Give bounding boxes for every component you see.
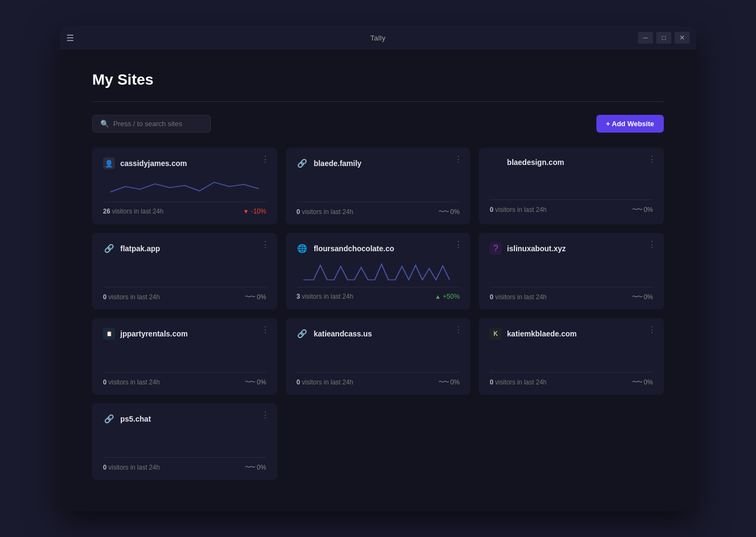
site-divider: [297, 372, 460, 373]
site-card[interactable]: 🔗 katieandcass.us ⋮ 0 visitors in last 2…: [286, 318, 471, 395]
site-card[interactable]: 📋 jppartyrentals.com ⋮ 0 visitors in las…: [92, 318, 277, 395]
site-name: flatpak.app: [120, 244, 160, 253]
visitor-count: 0: [103, 464, 107, 471]
search-box: 🔍: [92, 115, 211, 133]
site-stats: 0 visitors in last 24h 〜〜 0%: [103, 378, 266, 386]
site-stats: 0 visitors in last 24h 〜〜 0%: [297, 208, 460, 216]
site-card-header: 👤 cassidyjames.com: [103, 157, 266, 169]
change-value: 0%: [257, 464, 266, 471]
search-input[interactable]: [113, 120, 203, 128]
site-card[interactable]: 🔗 ps5.chat ⋮ 0 visitors in last 24h 〜〜 0…: [92, 403, 277, 480]
visitor-count: 0: [297, 208, 300, 216]
site-divider: [103, 372, 266, 373]
change-badge: 〜〜 0%: [438, 378, 459, 386]
visitors-text: 0 visitors in last 24h: [103, 293, 160, 301]
change-badge: 〜〜 0%: [632, 205, 653, 214]
site-stats: 0 visitors in last 24h 〜〜 0%: [490, 293, 653, 301]
change-value: +50%: [443, 293, 459, 300]
app-window: ☰ Tally ─ □ ✕ My Sites 🔍 + Add: [60, 26, 696, 511]
visitor-count: 0: [103, 293, 107, 301]
site-card[interactable]: K katiemkblaede.com ⋮ 0 visitors in last…: [479, 318, 664, 395]
site-divider: [490, 199, 653, 200]
title-divider: [92, 101, 664, 102]
site-name: ps5.chat: [120, 415, 151, 423]
site-card-header: 🔗 flatpak.app: [103, 243, 266, 254]
visitors-text: 0 visitors in last 24h: [490, 206, 546, 214]
titlebar-menu[interactable]: ☰: [66, 33, 74, 43]
card-menu-button[interactable]: ⋮: [648, 326, 656, 334]
trend-neutral-icon: 〜〜: [438, 378, 448, 386]
change-value: -10%: [251, 208, 266, 215]
card-menu-button[interactable]: ⋮: [261, 155, 270, 164]
window-controls: ─ □ ✕: [638, 32, 690, 44]
site-favicon: 🌐: [297, 243, 308, 254]
site-name: blaede.family: [314, 159, 362, 168]
trend-neutral-icon: 〜〜: [245, 378, 255, 386]
visitors-text: 0 visitors in last 24h: [297, 208, 353, 216]
app-title: Tally: [370, 34, 386, 42]
site-name: jppartyrentals.com: [120, 329, 188, 338]
menu-button[interactable]: ☰: [66, 33, 74, 43]
change-value: 0%: [257, 378, 266, 386]
site-divider: [103, 287, 266, 287]
site-divider: [103, 457, 266, 458]
card-menu-button[interactable]: ⋮: [261, 411, 270, 419]
site-card-header: blaedesign.com: [490, 157, 653, 167]
card-menu-button[interactable]: ⋮: [261, 240, 270, 249]
trend-neutral-icon: 〜〜: [632, 293, 642, 301]
site-favicon: 🔗: [297, 157, 308, 169]
visitors-text: 0 visitors in last 24h: [103, 464, 160, 471]
change-badge: ▲ +50%: [435, 293, 459, 300]
site-card[interactable]: 🌐 floursandchocolate.co ⋮ 3 visitors in …: [286, 233, 471, 309]
trend-neutral-icon: 〜〜: [632, 205, 642, 214]
change-badge: 〜〜 0%: [632, 293, 653, 301]
trend-neutral-icon: 〜〜: [245, 293, 255, 301]
site-card-header: 🔗 katieandcass.us: [297, 328, 460, 340]
card-menu-button[interactable]: ⋮: [454, 326, 463, 334]
site-favicon: K: [490, 328, 501, 340]
site-divider: [297, 202, 460, 202]
change-value: 0%: [644, 293, 653, 301]
site-card[interactable]: ? islinuxabout.xyz ⋮ 0 visitors in last …: [479, 233, 664, 309]
site-stats: 3 visitors in last 24h ▲ +50%: [297, 293, 460, 300]
card-menu-button[interactable]: ⋮: [648, 240, 656, 249]
site-card-header: ? islinuxabout.xyz: [490, 243, 653, 254]
card-menu-button[interactable]: ⋮: [648, 155, 656, 164]
site-name: cassidyjames.com: [120, 159, 187, 168]
site-favicon: ?: [490, 243, 501, 254]
change-badge: 〜〜 0%: [245, 293, 266, 301]
site-card[interactable]: 🔗 blaede.family ⋮ 0 visitors in last 24h…: [286, 148, 471, 224]
close-button[interactable]: ✕: [675, 32, 690, 44]
card-menu-button[interactable]: ⋮: [261, 326, 270, 334]
site-card-header: 🌐 floursandchocolate.co: [297, 243, 460, 254]
maximize-button[interactable]: □: [656, 32, 671, 44]
site-card-header: 📋 jppartyrentals.com: [103, 328, 266, 340]
minimize-button[interactable]: ─: [638, 32, 653, 44]
page-title: My Sites: [92, 71, 664, 88]
visitor-count: 0: [297, 378, 300, 386]
site-stats: 0 visitors in last 24h 〜〜 0%: [103, 293, 266, 301]
site-stats: 0 visitors in last 24h 〜〜 0%: [103, 463, 266, 471]
add-website-button[interactable]: + Add Website: [596, 115, 664, 133]
card-menu-button[interactable]: ⋮: [454, 155, 463, 164]
site-card[interactable]: 🔗 flatpak.app ⋮ 0 visitors in last 24h 〜…: [92, 233, 277, 309]
site-divider: [490, 287, 653, 287]
site-card[interactable]: blaedesign.com ⋮ 0 visitors in last 24h …: [479, 148, 664, 224]
site-name: blaedesign.com: [507, 158, 564, 167]
chart-area: [103, 431, 266, 453]
visitor-count: 0: [490, 378, 493, 386]
site-divider: [103, 202, 266, 202]
main-content: My Sites 🔍 + Add Website 👤 cassidyjames.…: [60, 50, 696, 511]
change-badge: 〜〜 0%: [438, 208, 459, 216]
site-favicon: 🔗: [103, 413, 115, 425]
site-card[interactable]: 👤 cassidyjames.com ⋮ 26 visitors in last…: [92, 148, 277, 224]
chart-area: [103, 176, 266, 197]
change-value: 0%: [450, 378, 459, 386]
site-divider: [297, 287, 460, 287]
chart-area: [103, 261, 266, 283]
visitors-text: 0 visitors in last 24h: [297, 378, 353, 386]
change-badge: ▼ -10%: [243, 208, 266, 215]
card-menu-button[interactable]: ⋮: [454, 240, 463, 249]
site-favicon: 🔗: [103, 243, 115, 254]
site-stats: 0 visitors in last 24h 〜〜 0%: [297, 378, 460, 386]
